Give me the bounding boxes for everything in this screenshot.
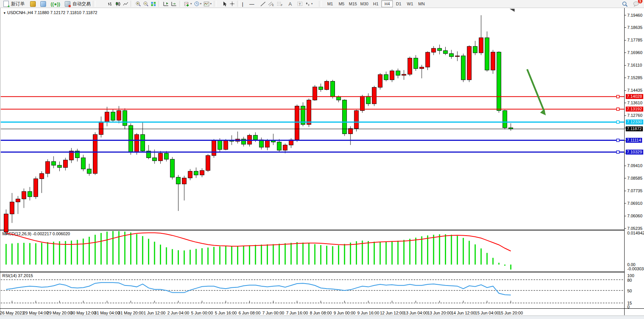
vertical-line-tool-button[interactable]: | [241, 0, 244, 7]
level-drag-marker[interactable] [617, 121, 619, 123]
text-label-tool-button[interactable]: T [296, 0, 304, 7]
candle-body [259, 140, 263, 147]
fibonacci-tool-button[interactable]: F [276, 0, 284, 7]
trendline-tool-button[interactable] [259, 0, 267, 7]
candle-body [402, 74, 406, 75]
level-drag-marker[interactable] [617, 108, 619, 110]
candle-body [455, 56, 459, 57]
line-chart-mode-button[interactable] [122, 0, 129, 7]
candle-body [57, 165, 62, 167]
search-button[interactable] [621, 0, 629, 7]
macd-histogram-bar [196, 249, 197, 265]
signals-icon: ((●)) [51, 2, 60, 6]
candle-body [343, 100, 347, 134]
notifications-button[interactable]: 1 [632, 0, 640, 7]
price-axis-tick: 7.12760 [627, 113, 642, 118]
timeframe-button-d1[interactable]: D1 [393, 0, 404, 7]
candle-body [99, 122, 103, 134]
tile-windows-button[interactable] [150, 0, 157, 7]
new-order-button[interactable]: + 新订单 [2, 0, 26, 7]
candle-body [354, 110, 359, 128]
new-order-icon: + [3, 1, 9, 7]
templates-button[interactable]: ▾ [202, 0, 213, 7]
zoom-out-button[interactable] [142, 0, 150, 7]
zoom-in-button[interactable] [134, 0, 142, 7]
macd-histogram-bar [166, 247, 167, 265]
macd-histogram-bar [504, 265, 505, 266]
timeframe-button-w1[interactable]: W1 [404, 0, 416, 7]
candle-body [4, 214, 8, 232]
timeframe-button-h1[interactable]: H1 [370, 0, 381, 7]
macd-histogram-bar [332, 246, 333, 265]
autotrading-button[interactable]: 自动交易 [64, 0, 92, 7]
price-level-badge[interactable]: 7.10329 [626, 150, 643, 155]
macd-histogram-bar [481, 249, 482, 265]
price-level-badge[interactable]: 7.14028 [626, 94, 643, 99]
gold-logo-button[interactable] [29, 0, 37, 7]
candle-body [283, 145, 287, 150]
price-level-badge[interactable]: 7.13192 [626, 107, 643, 112]
bar-chart-mode-button[interactable] [107, 0, 114, 7]
periods-button[interactable]: ▾ [193, 0, 203, 7]
timeframe-button-m15[interactable]: M15 [347, 0, 359, 7]
macd-histogram-bar [23, 243, 24, 265]
time-axis-label: 13 Jun 20:00 [427, 311, 452, 315]
price-axis-tick: 7.15285 [627, 75, 642, 80]
timeframe-button-m30[interactable]: M30 [359, 0, 370, 7]
price-level-badge[interactable]: 7.11872 [626, 126, 643, 131]
timeframe-button-m5[interactable]: M5 [336, 0, 347, 7]
candle-body [319, 87, 323, 89]
text-tool-button[interactable]: A [287, 0, 293, 7]
candle-body [64, 160, 68, 167]
text-icon: A [289, 2, 292, 6]
candle-body [182, 178, 187, 184]
candle-body [111, 112, 115, 120]
candlestick-mode-button[interactable] [114, 0, 122, 7]
indicators-button[interactable]: ▾ [183, 0, 193, 7]
macd-histogram-bar [326, 246, 327, 265]
time-axis-label: 14 Jun 12:00 [451, 311, 475, 315]
auto-scroll-button[interactable] [162, 0, 170, 7]
timeframe-button-m1[interactable]: M1 [324, 0, 336, 7]
candle-body [164, 153, 169, 160]
macd-histogram-bar [18, 243, 19, 265]
candle-body [396, 71, 400, 75]
candle-body [81, 158, 85, 169]
level-drag-marker[interactable] [617, 151, 619, 153]
chart-shift-button[interactable] [170, 0, 178, 7]
terminal-button[interactable] [39, 0, 47, 7]
horizontal-line-tool-button[interactable]: — [248, 0, 255, 7]
candle-body [461, 56, 465, 80]
price-level-badge[interactable]: 7.11114 [626, 138, 642, 143]
time-axis-label: 6 Jun 08:00 [239, 311, 261, 315]
candle-body [497, 52, 501, 111]
macd-histogram-bar [136, 234, 137, 265]
level-drag-marker[interactable] [617, 95, 619, 98]
timeframe-button-h4[interactable]: H4 [381, 0, 393, 7]
chart-shift-marker[interactable] [510, 9, 515, 12]
macd-histogram-bar [225, 246, 226, 265]
channel-tool-button[interactable]: E [267, 0, 276, 7]
candle-body [22, 191, 26, 199]
timeframe-button-mn[interactable]: MN [416, 0, 427, 7]
macd-histogram-bar [148, 239, 149, 265]
price-level-badge[interactable]: 7.12330 [626, 120, 643, 124]
candle-body [450, 54, 454, 57]
macd-histogram-bar [154, 242, 155, 265]
shapes-tool-button[interactable]: ▾ [304, 0, 314, 7]
cursor-tool-button[interactable] [222, 0, 228, 7]
indicators-icon [184, 2, 190, 6]
trend-arrow-line[interactable] [527, 69, 544, 112]
macd-histogram-bar [285, 243, 286, 265]
crosshair-tool-button[interactable] [228, 0, 236, 7]
time-axis-label: 8 Jun 08:00 [310, 311, 332, 315]
rsi-axis-tick: 100 [627, 273, 634, 278]
macd-histogram-bar [314, 244, 316, 265]
price-axis-tick: 7.06910 [627, 201, 642, 206]
signals-button[interactable]: ((●)) [49, 0, 61, 7]
level-drag-marker[interactable] [617, 139, 619, 142]
candle-body [129, 126, 133, 153]
candle-body [105, 112, 109, 122]
candle-body [188, 171, 192, 178]
candle-body [390, 71, 394, 80]
